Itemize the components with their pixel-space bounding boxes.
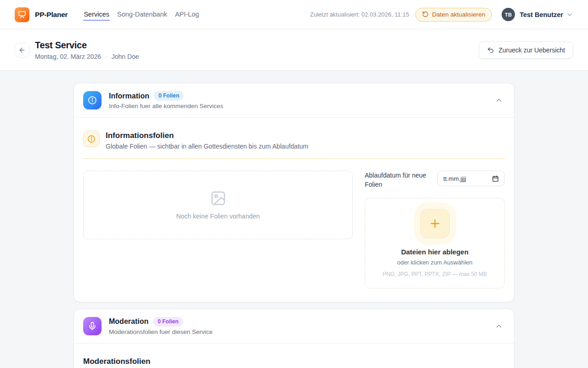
informationsfolien-header: Informationsfolien Globale Folien — sich… (83, 131, 505, 150)
nav-services[interactable]: Services (83, 9, 110, 21)
user-name: Test Benutzer (520, 11, 563, 18)
brand-name: PP-Planer (35, 11, 68, 19)
moderation-folien-badge: 0 Folien (153, 317, 183, 327)
undo-arrow-icon (487, 46, 494, 54)
page-header: Test Service Montag, 02. März 2026 · Joh… (0, 29, 588, 71)
app-logo (15, 7, 29, 22)
moderationsfolien-title: Moderationsfolien (83, 357, 505, 366)
user-menu[interactable]: TB Test Benutzer (502, 8, 573, 21)
plus-icon (429, 217, 441, 230)
refresh-label: Daten aktualisieren (432, 11, 486, 18)
presentation-icon (18, 11, 26, 19)
moderation-section-subtitle: Moderationsfolien fuer diesen Service (109, 328, 213, 335)
back-to-overview-label: Zurueck zur Uebersicht (498, 46, 565, 54)
refresh-icon (422, 11, 429, 17)
file-dropzone[interactable]: Dateien hier ablegen oder klicken zum Au… (365, 198, 505, 288)
back-to-overview-button[interactable]: Zurueck zur Uebersicht (479, 41, 573, 59)
informationsfolien-title: Informationsfolien (106, 131, 308, 140)
information-card: Information 0 Folien Info-Folien fuer al… (74, 83, 514, 302)
main-content: Information 0 Folien Info-Folien fuer al… (74, 83, 514, 368)
date-placeholder: tt.mm.jjjj (443, 175, 466, 182)
information-card-header[interactable]: Information 0 Folien Info-Folien fuer al… (74, 83, 514, 118)
information-content-row: Noch keine Folien vorhanden Ablaufdatum … (83, 171, 505, 288)
collapse-moderation-button[interactable] (493, 320, 505, 332)
information-card-body: Informationsfolien Globale Folien — sich… (74, 118, 514, 302)
upload-column: Ablaufdatum für neue Folien tt.mm.jjjj (365, 171, 505, 288)
dropzone-hint: PNG, JPG, PPT, PPTX, ZIP — max 50 MB (383, 271, 487, 277)
expiry-date-input[interactable]: tt.mm.jjjj (437, 171, 505, 186)
informationsfolien-titles: Informationsfolien Globale Folien — sich… (106, 131, 308, 150)
arrow-left-icon (18, 46, 26, 54)
dropzone-subtitle: oder klicken zum Auswählen (397, 259, 472, 266)
dropzone-title: Dateien hier ablegen (401, 248, 469, 256)
chevron-up-icon (495, 96, 503, 104)
yellow-divider (83, 158, 505, 159)
moderation-card: Moderation 0 Folien Moderationsfolien fu… (74, 309, 514, 368)
plus-tile (420, 209, 450, 238)
info-section-title: Information (109, 92, 149, 100)
empty-state-text: Noch keine Folien vorhanden (176, 213, 260, 220)
moderation-section-icon (83, 317, 102, 335)
service-date: Montag, 02. März 2026 (35, 53, 101, 60)
page-titles: Test Service Montag, 02. März 2026 · Joh… (35, 40, 139, 60)
last-updated-text: Zuletzt aktualisiert: 02.03.2026, 11:15 (310, 11, 409, 18)
info-section-titles: Information 0 Folien Info-Folien fuer al… (109, 91, 223, 109)
info-circle-icon (88, 96, 97, 105)
avatar: TB (502, 8, 515, 21)
image-placeholder-icon (210, 190, 226, 207)
main-nav: Services Song-Datenbank API-Log (83, 9, 199, 21)
refresh-data-button[interactable]: Daten aktualisieren (415, 8, 492, 22)
page-subtitle: Montag, 02. März 2026 · John Doe (35, 53, 139, 60)
microphone-icon (88, 322, 97, 331)
info-circle-orange-icon (87, 135, 96, 143)
collapse-information-button[interactable] (493, 94, 505, 106)
chevron-up-icon (495, 322, 503, 330)
moderation-section-titles: Moderation 0 Folien Moderationsfolien fu… (109, 317, 213, 335)
service-author: John Doe (112, 53, 139, 60)
top-bar-right: Zuletzt aktualisiert: 02.03.2026, 11:15 … (310, 8, 573, 22)
chevron-down-icon (566, 11, 573, 18)
moderation-card-body: Moderationsfolien (74, 344, 514, 368)
page-title: Test Service (35, 40, 139, 51)
expiry-date-label: Ablaufdatum für neue Folien (365, 171, 433, 190)
info-folien-badge: 0 Folien (154, 91, 184, 101)
slides-empty-state: Noch keine Folien vorhanden (83, 171, 353, 239)
nav-song-datenbank[interactable]: Song-Datenbank (117, 9, 168, 21)
nav-api-log[interactable]: API-Log (175, 9, 199, 21)
brand: PP-Planer (15, 7, 68, 22)
calendar-icon (492, 175, 499, 182)
informationsfolien-subtitle: Globale Folien — sichtbar in allen Gotte… (106, 143, 308, 150)
info-panel-icon-tile (83, 131, 100, 147)
info-section-icon (83, 91, 102, 109)
moderation-section-title: Moderation (109, 317, 148, 326)
back-button[interactable] (15, 43, 29, 58)
top-bar: PP-Planer Services Song-Datenbank API-Lo… (0, 0, 588, 29)
expiry-row: Ablaufdatum für neue Folien tt.mm.jjjj (365, 171, 505, 190)
info-section-subtitle: Info-Folien fuer alle kommenden Services (109, 103, 223, 109)
moderation-card-header[interactable]: Moderation 0 Folien Moderationsfolien fu… (74, 309, 514, 344)
dot-separator: · (105, 53, 107, 60)
